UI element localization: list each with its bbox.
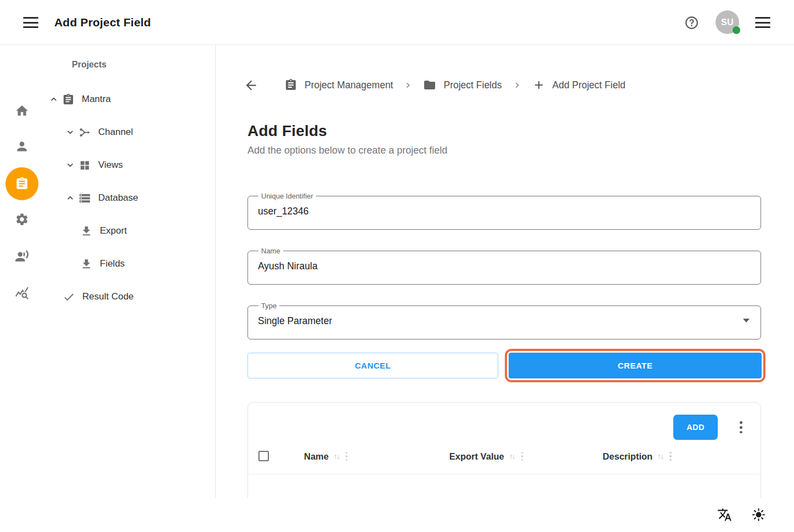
- expand-icon[interactable]: [65, 127, 76, 138]
- avatar-initials: SU: [721, 18, 734, 27]
- main-content: Project Management Project Fields Add Pr…: [216, 45, 794, 498]
- section-heading: Add Fields: [247, 122, 447, 140]
- clipboard-icon: [284, 78, 297, 92]
- tree-item-channel[interactable]: Channel: [44, 122, 215, 142]
- right-menu-icon[interactable]: [755, 17, 770, 28]
- sort-icon[interactable]: ↑↓: [334, 452, 339, 461]
- column-label: Name: [304, 451, 329, 462]
- voice-agent-icon[interactable]: [15, 249, 29, 263]
- unique-identifier-field: Unique Identifier: [247, 193, 761, 230]
- column-menu-icon[interactable]: [346, 451, 348, 462]
- tree-item-export[interactable]: Export: [44, 221, 215, 241]
- online-status-dot: [733, 26, 740, 34]
- breadcrumb-label: Project Management: [305, 80, 393, 91]
- breadcrumb-item-project-management[interactable]: Project Management: [284, 78, 393, 92]
- check-icon: [63, 291, 75, 303]
- home-icon[interactable]: [15, 104, 29, 118]
- folder-icon: [423, 78, 436, 92]
- tree-item-label: Mantra: [82, 94, 111, 105]
- breadcrumb: Project Management Project Fields Add Pr…: [244, 76, 626, 94]
- tree-item-label: Fields: [100, 258, 125, 269]
- select-all-checkbox[interactable]: [258, 451, 269, 461]
- cancel-button[interactable]: CANCEL: [247, 353, 498, 378]
- tree-item-database[interactable]: Database: [44, 188, 215, 208]
- tree-item-views[interactable]: Views: [44, 155, 215, 175]
- breadcrumb-label: Project Fields: [443, 80, 502, 91]
- dropdown-arrow-icon: [743, 319, 750, 322]
- projects-nav-active[interactable]: [5, 167, 38, 200]
- clipboard-icon: [15, 177, 29, 191]
- tree-item-result-code[interactable]: Result Code: [44, 287, 215, 307]
- menu-icon[interactable]: [23, 17, 38, 28]
- clipboard-icon: [62, 93, 75, 106]
- tree-item-label: Views: [98, 160, 123, 171]
- channel-icon: [78, 126, 91, 139]
- expand-icon[interactable]: [65, 160, 76, 171]
- highlight-ring: CREATE: [505, 349, 765, 382]
- views-grid-icon: [78, 159, 91, 172]
- column-header-name: Name ↑↓: [304, 450, 347, 463]
- column-header-export-value: Export Value ↑↓: [431, 450, 541, 463]
- sort-icon[interactable]: ↑↓: [509, 452, 515, 461]
- settings-icon[interactable]: [15, 212, 29, 227]
- breadcrumb-item-project-fields[interactable]: Project Fields: [423, 78, 502, 92]
- table-kebab-menu-icon[interactable]: [740, 420, 742, 435]
- collapse-icon[interactable]: [48, 94, 59, 105]
- user-icon[interactable]: [15, 139, 29, 154]
- tree-section-label: Projects: [72, 60, 106, 70]
- type-field: Type: [247, 302, 761, 339]
- column-menu-icon[interactable]: [669, 451, 672, 462]
- name-input[interactable]: [258, 252, 719, 280]
- translate-icon[interactable]: [717, 507, 732, 522]
- download-icon: [80, 225, 93, 237]
- help-icon[interactable]: [684, 15, 699, 30]
- add-option-button[interactable]: ADD: [673, 415, 718, 440]
- chevron-right-icon: [403, 80, 413, 90]
- section-subheading: Add the options below to create a projec…: [247, 145, 447, 156]
- type-select[interactable]: [258, 307, 719, 335]
- tree-item-mantra[interactable]: Mantra: [44, 89, 215, 109]
- column-label: Export Value: [449, 451, 504, 462]
- breadcrumb-item-add-project-field[interactable]: Add Project Field: [532, 78, 626, 92]
- tree-item-label: Database: [98, 193, 138, 203]
- create-button[interactable]: CREATE: [509, 353, 762, 378]
- tree-item-label: Result Code: [82, 291, 134, 302]
- download-icon: [80, 258, 93, 270]
- database-icon: [78, 192, 91, 205]
- back-icon[interactable]: [244, 78, 258, 93]
- brightness-icon[interactable]: [751, 507, 766, 522]
- chevron-right-icon: [512, 80, 522, 90]
- tree-item-fields[interactable]: Fields: [44, 254, 215, 274]
- plus-icon: [532, 78, 545, 92]
- tree-item-label: Channel: [98, 127, 133, 138]
- column-label: Description: [602, 451, 652, 462]
- app-bar: Add Project Field SU: [0, 0, 794, 45]
- unique-identifier-input[interactable]: [258, 197, 719, 225]
- options-table-card: ADD Name ↑↓ Export Value ↑↓ Description …: [247, 402, 761, 498]
- avatar[interactable]: SU: [716, 10, 739, 34]
- column-menu-icon[interactable]: [521, 451, 523, 462]
- sort-icon[interactable]: ↑↓: [657, 452, 663, 461]
- nav-rail: [0, 45, 44, 532]
- page-title: Add Project Field: [54, 0, 151, 45]
- collapse-icon[interactable]: [65, 193, 76, 203]
- column-header-description: Description ↑↓: [582, 450, 692, 463]
- name-field: Name: [247, 247, 761, 285]
- project-tree: Projects Mantra Channel Views Database E…: [44, 45, 216, 498]
- breadcrumb-label: Add Project Field: [553, 80, 626, 91]
- tree-item-label: Export: [100, 225, 127, 236]
- table-header-divider: [248, 474, 761, 474]
- analytics-icon[interactable]: [15, 286, 29, 300]
